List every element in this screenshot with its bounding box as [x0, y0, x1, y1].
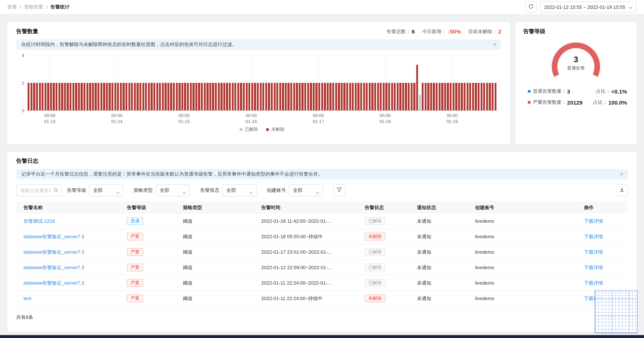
chart-bar[interactable] [455, 83, 457, 111]
chart-bar[interactable] [145, 83, 147, 111]
chart-bar[interactable] [226, 83, 228, 111]
chart-bar[interactable] [47, 83, 49, 111]
chart-bar[interactable] [36, 83, 38, 111]
chart-bar[interactable] [355, 83, 357, 111]
chart-bar[interactable] [422, 83, 424, 111]
chart-bar[interactable] [50, 83, 52, 111]
chart-bar[interactable] [243, 83, 245, 111]
chart-bar[interactable] [251, 83, 253, 111]
chart-bar[interactable] [274, 83, 276, 111]
chart-bar[interactable] [39, 83, 41, 111]
chart-bar[interactable] [109, 83, 111, 111]
chart-bar[interactable] [89, 83, 91, 111]
filter-policy-select[interactable]: 全部 [156, 184, 190, 196]
chart-bar[interactable] [187, 83, 189, 111]
chart-bar[interactable] [486, 83, 488, 111]
chart-bar[interactable] [288, 83, 290, 111]
chart-bar[interactable] [400, 83, 402, 111]
chart-bar[interactable] [117, 83, 119, 111]
chart-bar[interactable] [170, 83, 172, 111]
chart-bar[interactable] [372, 83, 374, 111]
chart-bar[interactable] [206, 83, 208, 111]
chart-bar[interactable] [391, 83, 393, 111]
chart-bar[interactable] [44, 83, 46, 111]
chart-bar[interactable] [72, 83, 74, 111]
chart-bar[interactable] [396, 83, 398, 111]
chart-bar[interactable] [262, 83, 264, 111]
chart-bar[interactable] [464, 83, 466, 111]
chart-bar[interactable] [452, 83, 454, 111]
chart-bar[interactable] [416, 65, 418, 111]
chart-bar[interactable] [366, 83, 368, 111]
chart-bar[interactable] [394, 83, 396, 111]
chart-bar[interactable] [165, 83, 167, 111]
date-range-picker[interactable]: 2022-01-12 15:55 ~ 2022-01-19 15:55 [540, 2, 637, 13]
chart-bar[interactable] [430, 83, 432, 111]
chart-bar[interactable] [106, 83, 108, 111]
chart-bar[interactable] [95, 83, 97, 111]
chart-bar[interactable] [131, 83, 133, 111]
chart-bar[interactable] [318, 83, 320, 111]
chart-bar[interactable] [204, 83, 206, 111]
chart-bar[interactable] [349, 83, 351, 111]
chart-bar[interactable] [246, 83, 248, 111]
chart-bar[interactable] [458, 83, 460, 111]
chart-bar[interactable] [414, 83, 416, 111]
chart-bar[interactable] [335, 83, 337, 111]
close-icon[interactable]: × [493, 42, 497, 48]
chart-bar[interactable] [441, 83, 443, 111]
chart-bar[interactable] [344, 83, 346, 111]
chart-bar[interactable] [377, 83, 379, 111]
chart-bar[interactable] [168, 83, 170, 111]
download-detail-link[interactable]: 下载详情 [584, 249, 603, 255]
chart-bar[interactable] [478, 83, 480, 111]
chart-bar[interactable] [296, 83, 298, 111]
chart-bar[interactable] [369, 83, 371, 111]
chart-bar[interactable] [81, 83, 83, 111]
download-detail-link[interactable]: 下载详情 [584, 234, 603, 239]
chart-bar[interactable] [148, 83, 150, 111]
chart-bar[interactable] [444, 83, 446, 111]
chart-bar[interactable] [271, 83, 273, 111]
alert-name-link[interactable]: test [24, 296, 31, 301]
chart-bar[interactable] [201, 83, 203, 111]
chart-bar[interactable] [92, 83, 94, 111]
chart-bar[interactable] [176, 83, 178, 111]
chart-bar[interactable] [382, 83, 384, 111]
chart-bar[interactable] [240, 83, 242, 111]
download-detail-link[interactable]: 下载详情 [584, 218, 603, 224]
chart-bar[interactable] [346, 83, 348, 111]
chart-bar[interactable] [58, 83, 60, 111]
chart-bar[interactable] [332, 83, 334, 111]
alert-name-link[interactable]: dataview告警验证_server7.3 [24, 264, 84, 270]
chart-bar[interactable] [307, 83, 309, 111]
breadcrumb-item-alert[interactable]: 告警 [7, 4, 17, 10]
chart-bar[interactable] [475, 83, 477, 111]
chart-bar[interactable] [126, 83, 128, 111]
chart-bar[interactable] [33, 83, 35, 111]
chart-bar[interactable] [234, 83, 236, 111]
chart-bar[interactable] [388, 83, 390, 111]
legend-item[interactable]: 未解除 [266, 126, 284, 133]
chart-bar[interactable] [229, 83, 231, 111]
chart-bar[interactable] [61, 83, 63, 111]
chart-bar[interactable] [321, 83, 323, 111]
chart-bar[interactable] [492, 83, 494, 111]
alert-name-link[interactable]: 告警测试-1216 [24, 218, 55, 224]
chart-bar[interactable] [338, 83, 340, 111]
chart-bar[interactable] [469, 83, 471, 111]
chart-bar[interactable] [358, 83, 360, 111]
chart-bar[interactable] [428, 83, 430, 111]
chart-bar[interactable] [310, 83, 312, 111]
chart-bar[interactable] [330, 83, 332, 111]
chart-bar[interactable] [184, 83, 186, 111]
chart-bar[interactable] [260, 83, 262, 111]
chart-bar[interactable] [436, 83, 438, 111]
chart-bar[interactable] [218, 83, 220, 111]
chart-bar[interactable] [182, 83, 184, 111]
chart-bar[interactable] [220, 83, 222, 111]
chart-bar[interactable] [103, 83, 105, 111]
chart-bar[interactable] [419, 95, 421, 111]
chart-bar[interactable] [198, 83, 200, 111]
chart-bar[interactable] [290, 83, 292, 111]
